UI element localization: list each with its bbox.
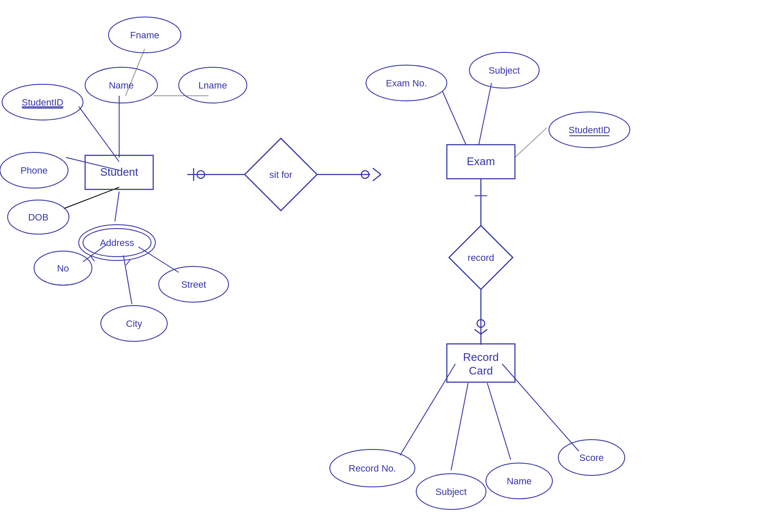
entity-exam-label: Exam bbox=[467, 155, 495, 168]
attr-lname-label: Lname bbox=[198, 80, 227, 91]
diagram-svg: Student Exam Record Card sit for record … bbox=[0, 0, 766, 532]
rel-sitfor-label: sit for bbox=[269, 169, 292, 180]
attr-subject-rc-label: Subject bbox=[435, 486, 466, 497]
tick-address-city bbox=[126, 260, 130, 265]
attr-phone-label: Phone bbox=[20, 165, 48, 176]
crowfoot-top bbox=[373, 168, 381, 174]
attr-no-label: No bbox=[57, 263, 69, 274]
line-name-rc bbox=[487, 383, 511, 460]
attr-studentid2-label: StudentID bbox=[569, 125, 610, 135]
line-subject-rc bbox=[451, 383, 468, 470]
crowfoot-rc-right bbox=[481, 329, 487, 334]
line-dob-student bbox=[64, 187, 119, 209]
attr-name-rc-label: Name bbox=[507, 476, 532, 486]
line-examno-exam bbox=[443, 92, 466, 145]
crowfoot-bottom bbox=[373, 174, 381, 181]
line-address-student bbox=[115, 192, 119, 221]
attr-address-label: Address bbox=[100, 237, 134, 248]
line-studentid2-exam bbox=[515, 128, 547, 157]
line-score-rc bbox=[502, 364, 579, 451]
attr-city-label: City bbox=[126, 318, 142, 329]
rel-record-label: record bbox=[468, 252, 494, 263]
attr-street-label: Street bbox=[181, 279, 206, 290]
line-studentid-student bbox=[79, 106, 119, 162]
attr-recordno-label: Record No. bbox=[349, 463, 396, 474]
entity-recordcard-label1: Record bbox=[463, 351, 499, 363]
attr-fname-label: Fname bbox=[130, 30, 159, 40]
entity-recordcard-label2: Card bbox=[469, 364, 493, 377]
attr-dob-label: DOB bbox=[28, 212, 49, 223]
line-subject-exam bbox=[479, 83, 492, 145]
crowfoot-rc-left bbox=[474, 329, 481, 334]
attr-examno-label: Exam No. bbox=[386, 78, 427, 89]
attr-studentid-label: StudentID bbox=[22, 97, 63, 108]
attr-name-label: Name bbox=[109, 80, 134, 91]
entity-student-label: Student bbox=[100, 166, 138, 178]
attr-score-label: Score bbox=[579, 452, 603, 463]
er-diagram: Student Exam Record Card sit for record … bbox=[0, 0, 766, 532]
attr-subject-exam-label: Subject bbox=[489, 65, 520, 76]
